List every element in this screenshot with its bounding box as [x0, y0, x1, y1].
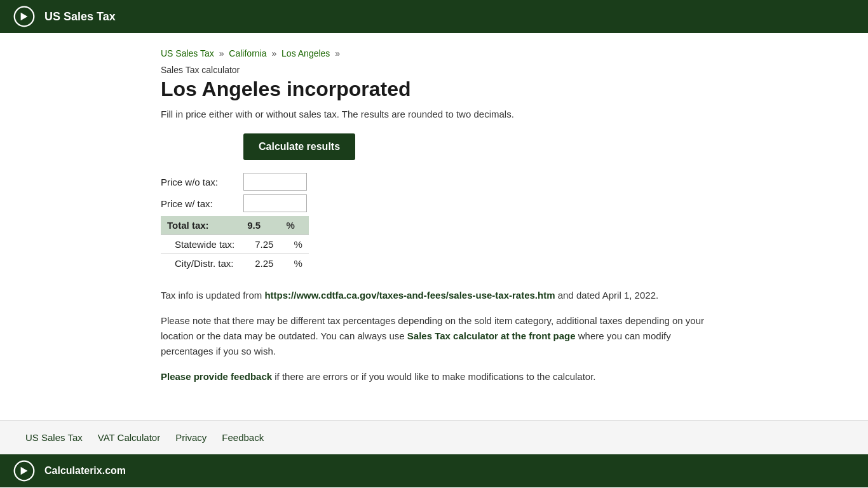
calculator-section: Calculate results Price w/o tax: Price w…: [161, 133, 707, 273]
footer-nav: US Sales Tax VAT Calculator Privacy Feed…: [0, 420, 868, 454]
bottom-footer-logo-icon: [13, 459, 36, 482]
svg-marker-1: [21, 13, 28, 21]
tax-breakdown-table: Total tax: 9.5 % Statewide tax: 7.25 % C…: [161, 216, 309, 273]
front-page-link[interactable]: Sales Tax calculator at the front page: [407, 330, 576, 341]
breadcrumb-los-angeles[interactable]: Los Angeles: [281, 48, 330, 58]
footer-nav-vat-calculator[interactable]: VAT Calculator: [98, 432, 160, 443]
main-content: US Sales Tax » California » Los Angeles …: [148, 33, 720, 420]
breadcrumb-california[interactable]: California: [229, 48, 266, 58]
breadcrumb: US Sales Tax » California » Los Angeles …: [161, 48, 707, 58]
header-logo-icon: [13, 5, 36, 28]
page-subtitle: Sales Tax calculator: [161, 65, 707, 75]
city-tax-label: City/Distr. tax:: [161, 254, 241, 273]
header-title: US Sales Tax: [44, 10, 116, 24]
tax-source-text-after: and dated April 1, 2022.: [558, 290, 658, 301]
statewide-tax-unit: %: [280, 235, 308, 254]
bottom-footer-site-name: Calculaterix.com: [44, 465, 126, 477]
breadcrumb-sep-1: »: [219, 48, 224, 58]
price-wo-tax-label: Price w/o tax:: [161, 177, 243, 187]
price-w-tax-input[interactable]: [243, 194, 307, 212]
statewide-tax-label: Statewide tax:: [161, 235, 241, 254]
page-title: Los Angeles incorporated: [161, 78, 707, 101]
note-paragraph: Please note that there may be different …: [161, 313, 707, 359]
statewide-tax-row: Statewide tax: 7.25 %: [161, 235, 309, 254]
price-w-tax-label: Price w/ tax:: [161, 198, 243, 209]
breadcrumb-sep-3: »: [335, 48, 340, 58]
breadcrumb-us-sales-tax[interactable]: US Sales Tax: [161, 48, 214, 58]
breadcrumb-sep-2: »: [271, 48, 276, 58]
feedback-paragraph: Please provide feedback if there are err…: [161, 369, 707, 384]
total-tax-row: Total tax: 9.5 %: [161, 216, 309, 234]
price-wo-tax-input[interactable]: [243, 173, 307, 191]
tax-source-paragraph: Tax info is updated from https://www.cdt…: [161, 288, 707, 303]
info-section: Tax info is updated from https://www.cdt…: [161, 288, 707, 384]
calculate-button[interactable]: Calculate results: [243, 133, 355, 160]
tax-source-text-before: Tax info is updated from: [161, 290, 262, 301]
price-w-tax-row: Price w/ tax:: [161, 194, 707, 212]
total-tax-unit: %: [280, 216, 308, 234]
footer-nav-us-sales-tax[interactable]: US Sales Tax: [25, 432, 83, 443]
city-tax-row: City/Distr. tax: 2.25 %: [161, 254, 309, 273]
tax-source-link[interactable]: https://www.cdtfa.ca.gov/taxes-and-fees/…: [264, 290, 555, 301]
total-tax-value: 9.5: [241, 216, 280, 234]
feedback-link[interactable]: Please provide feedback: [161, 371, 272, 382]
city-tax-value: 2.25: [241, 254, 280, 273]
footer-nav-privacy[interactable]: Privacy: [175, 432, 207, 443]
bottom-footer: Calculaterix.com: [0, 454, 868, 487]
total-tax-label: Total tax:: [161, 216, 241, 234]
statewide-tax-value: 7.25: [241, 235, 280, 254]
city-tax-unit: %: [280, 254, 308, 273]
footer-nav-feedback[interactable]: Feedback: [222, 432, 264, 443]
price-wo-tax-row: Price w/o tax:: [161, 173, 707, 191]
page-description: Fill in price either with or without sal…: [161, 109, 707, 119]
feedback-text-after: if there are errors or if you would like…: [275, 371, 595, 382]
site-header: US Sales Tax: [0, 0, 868, 33]
svg-marker-3: [21, 467, 28, 475]
